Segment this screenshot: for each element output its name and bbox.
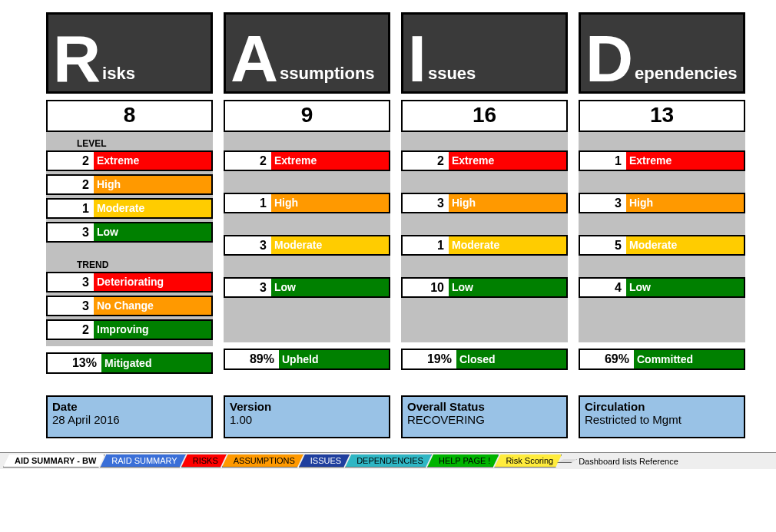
level-row-wrap: 10Low [401,277,568,301]
level-row: 1High [224,193,390,213]
level-count: 1 [225,194,271,212]
column-header: Risks [46,12,213,94]
info-value: Restricted to Mgmt [585,413,739,426]
level-count: 2 [48,321,94,339]
level-row: 1Moderate [401,235,568,256]
status-pct: 89% [225,350,279,368]
raid-column: Issues162Extreme3High1Moderate10Low19%Cl… [401,12,568,374]
section-label-trend: TREND [46,246,213,272]
level-count: 3 [225,279,271,296]
raid-column: Risks8LEVEL2Extreme2High1Moderate3LowTRE… [46,12,213,374]
level-block: 1Extreme3High5Moderate4Low [579,132,745,342]
info-box: Date28 April 2016 [46,395,213,438]
header-rest: ssumptions [280,64,374,84]
level-label: High [94,176,211,193]
level-count: 1 [580,152,626,170]
level-count: 3 [225,236,271,254]
level-count: 4 [580,279,626,296]
header-rest: ssues [428,64,476,84]
level-row-wrap: 1High [224,193,390,216]
status-row: 19%Closed [401,349,568,370]
level-count: 3 [48,223,94,241]
sheet-tab[interactable]: ASSUMPTIONS [222,454,303,468]
status-pct: 69% [580,350,634,368]
level-label: Low [94,223,211,241]
level-count: 3 [580,194,626,212]
level-label: Deteriorating [94,273,211,291]
level-label: High [626,194,744,212]
level-row: 3Low [224,277,390,298]
level-row-wrap: 1Extreme [579,150,745,174]
sheet-tab-active[interactable]: AID SUMMARY - BW [3,454,104,468]
level-row-wrap: 2High [46,174,213,198]
level-row-wrap: 1Moderate [46,198,213,222]
sheet-tab[interactable]: DEPENDENCIES [345,454,432,468]
header-rest: isks [102,64,135,84]
status-row: 69%Committed [579,349,745,370]
header-letter: D [585,32,633,85]
level-row-wrap: 2Extreme [401,150,568,174]
info-title: Overall Status [407,400,562,413]
level-row: 1Extreme [579,150,745,171]
level-row-wrap: 5Moderate [579,235,745,259]
sheet-tab[interactable]: Risk Scoring [494,454,562,468]
status-row: 13%Mitigated [46,352,213,374]
level-row-wrap: 3Low [46,222,213,246]
header-letter: I [408,32,426,85]
info-value: 1.00 [230,413,384,426]
level-label: Moderate [449,236,566,254]
level-row: 3Moderate [224,235,390,256]
level-count: 2 [48,152,94,170]
header-letter: A [230,32,278,85]
header-letter: R [53,32,101,85]
level-row-wrap: 2Improving [46,319,213,343]
info-box: Overall StatusRECOVERING [401,395,568,438]
level-label: Improving [94,321,211,339]
total-count: 13 [579,100,745,132]
level-row: 2Improving [46,319,213,340]
level-row-wrap: 3Deteriorating [46,272,213,296]
level-label: Low [271,279,389,296]
level-row: 3High [579,193,745,213]
level-label: High [449,194,566,212]
section-label-level: LEVEL [46,135,213,150]
level-row-wrap: 3Low [224,277,390,301]
level-row: 2High [46,174,213,195]
status-pct: 19% [403,350,456,368]
total-count: 16 [401,100,568,132]
level-row: 3No Change [46,296,213,316]
level-row: 5Moderate [579,235,745,256]
level-label: Low [626,279,744,296]
level-row: 3High [401,193,568,213]
sheet-tab[interactable]: ISSUES [299,454,350,468]
level-row: 4Low [579,277,745,298]
status-label: Upheld [279,350,389,368]
level-row: 2Extreme [401,150,568,171]
level-count: 3 [48,297,94,315]
level-count: 1 [403,236,449,254]
sheet-tab[interactable]: RISKS [181,454,227,468]
status-row: 89%Upheld [224,349,390,370]
info-title: Date [52,400,207,413]
sheet-tab[interactable]: HELP PAGE ! [427,454,499,468]
level-row-wrap: 3No Change [46,296,213,319]
level-count: 3 [48,273,94,291]
total-count: 9 [224,100,390,132]
raid-column: Dependencies131Extreme3High5Moderate4Low… [579,12,745,374]
column-header: Issues [401,12,568,94]
info-value: 28 April 2016 [52,413,207,426]
level-row: 3Deteriorating [46,272,213,292]
level-count: 2 [48,176,94,193]
level-row: 2Extreme [46,150,213,171]
sheet-tab[interactable]: RAID SUMMARY [100,454,185,468]
level-block: 2Extreme1High3Moderate3Low [224,132,390,342]
level-count: 1 [48,200,94,217]
level-label: Moderate [271,236,389,254]
level-count: 2 [225,152,271,170]
status-label: Closed [456,350,566,368]
info-title: Circulation [585,400,739,413]
level-row-wrap: 2Extreme [46,150,213,174]
info-title: Version [230,400,384,413]
sheet-tab-bar: AID SUMMARY - BWRAID SUMMARYRISKSASSUMPT… [0,452,776,469]
header-rest: ependencies [635,64,737,84]
